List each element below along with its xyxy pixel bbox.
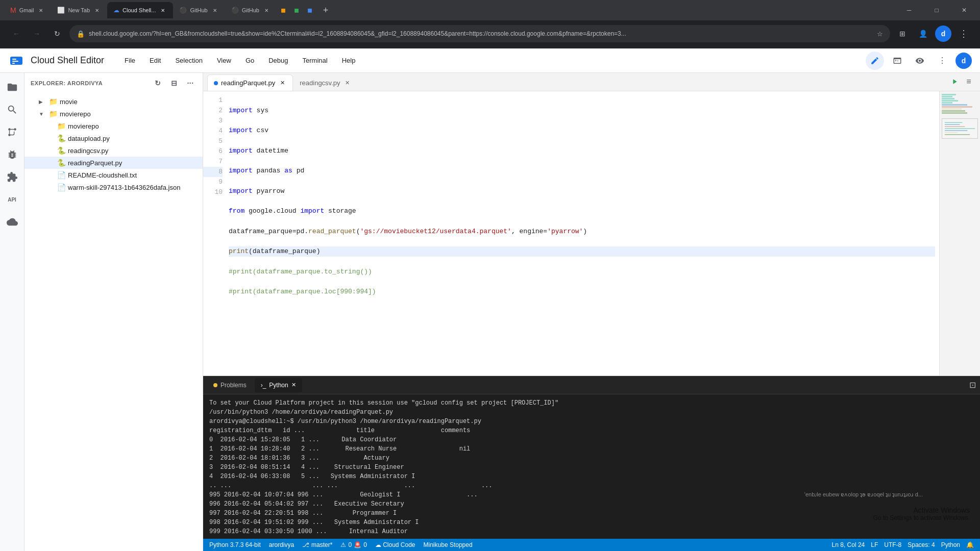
close-python-tab[interactable]: ✕ (291, 382, 296, 388)
edit-pencil-button[interactable] (866, 52, 884, 70)
lock-icon: 🔒 (77, 30, 85, 38)
close-button[interactable]: ✕ (952, 2, 976, 18)
tree-label-readme: README-cloudshell.txt (68, 171, 199, 179)
cloud-shell-logo (9, 54, 23, 68)
menu-selection[interactable]: Selection (169, 55, 208, 66)
status-cloud-code[interactable]: ☁ Cloud Code (375, 541, 415, 548)
menu-help[interactable]: Help (336, 55, 362, 66)
code-line-5: import pyarrow (229, 186, 935, 196)
menu-view[interactable]: View (211, 55, 237, 66)
account-btn[interactable]: 👤 (915, 26, 931, 42)
status-minikube[interactable]: Minikube Stopped (424, 541, 473, 548)
branch-icon: ⎇ (302, 541, 309, 548)
menu-edit[interactable]: Edit (143, 55, 167, 66)
new-tab-button[interactable]: + (318, 3, 333, 17)
run-button[interactable] (947, 74, 962, 89)
status-errors[interactable]: ⚠ 0 🚨 0 (340, 541, 366, 548)
tab-readingcsv[interactable]: readingcsv.py ✕ (293, 74, 358, 91)
tree-item-readingparquet[interactable]: 🐍 readingParquet.py (24, 157, 203, 169)
status-encoding[interactable]: UTF-8 (884, 541, 901, 548)
tab-problems[interactable]: Problems (207, 378, 253, 392)
refresh-explorer-button[interactable]: ↻ (152, 77, 164, 89)
cloudshell-icon: ☁ (113, 7, 119, 14)
status-line-ending[interactable]: LF (871, 541, 878, 548)
tree-item-movierepo-inner[interactable]: 📁 movierepo (24, 120, 203, 132)
tree-item-movierepo[interactable]: ▼ 📁 movierepo (24, 108, 203, 120)
extensions-btn[interactable]: ⊞ (894, 26, 911, 42)
tab-github2[interactable]: ⚫ GitHub ✕ (225, 2, 277, 18)
more-explorer-button[interactable]: ··· (184, 77, 197, 89)
error-icon: 🚨 (354, 541, 361, 548)
tree-item-movie[interactable]: ▶ 📁 movie (24, 95, 203, 108)
profile-avatar[interactable]: d (935, 26, 951, 42)
sidebar-item-cloud[interactable] (2, 212, 22, 232)
search-icon (7, 104, 18, 115)
bookmark-icon[interactable]: ☆ (877, 30, 883, 38)
sidebar-item-debug[interactable] (2, 144, 22, 165)
back-button[interactable]: ← (8, 26, 24, 42)
collapse-explorer-button[interactable]: ⊟ (168, 77, 180, 89)
tab-close-readingcsv[interactable]: ✕ (344, 79, 352, 87)
terminal-maximize-button[interactable]: ⊡ (969, 380, 976, 390)
code-content[interactable]: import sys import csv import datetime im… (229, 91, 939, 375)
file-icon-readingparquet: 🐍 (57, 159, 66, 167)
sidebar-item-files[interactable] (2, 77, 22, 97)
status-cursor-pos[interactable]: Ln 8, Col 24 (832, 541, 865, 548)
sidebar-item-search[interactable] (2, 99, 22, 120)
status-user[interactable]: arordivya (269, 541, 294, 548)
tree-item-readingcsv[interactable]: 🐍 readingcsv.py (24, 144, 203, 157)
tab-more1[interactable]: ◼ (277, 2, 290, 18)
terminal-line-1: To set your Cloud Platform project in th… (209, 398, 974, 408)
sidebar-item-extensions[interactable] (2, 167, 22, 187)
status-spaces[interactable]: Spaces: 4 (908, 541, 935, 548)
tab-close-gmail[interactable]: ✕ (37, 6, 45, 14)
tab-more2[interactable]: ◼ (290, 2, 303, 18)
status-bell[interactable]: 🔔 (966, 541, 974, 548)
tab-close-github1[interactable]: ✕ (211, 6, 219, 14)
terminal-row-997: 997 2016-02-04 22:20:51 998 ... Programm… (209, 509, 974, 518)
more-options-button[interactable]: ⋮ (933, 52, 951, 70)
menu-terminal[interactable]: Terminal (297, 55, 334, 66)
tab-newtab[interactable]: ⬜ New Tab ✕ (51, 2, 107, 18)
preview-button[interactable] (911, 52, 929, 70)
cloud-code-label: ☁ Cloud Code (375, 541, 415, 548)
tab-cloudshell[interactable]: ☁ Cloud Shell... ✕ (107, 2, 173, 18)
tree-item-dataupload[interactable]: 🐍 dataupload.py (24, 132, 203, 144)
tab-close-cloudshell[interactable]: ✕ (159, 6, 167, 14)
tree-item-json[interactable]: 📄 warm-skill-297413-1b643626dafa.json (24, 181, 203, 193)
sidebar-item-git[interactable] (2, 122, 22, 142)
reload-button[interactable]: ↻ (49, 26, 65, 42)
tab-more3[interactable]: ◼ (303, 2, 316, 18)
sidebar-item-api[interactable]: API (2, 189, 22, 210)
user-avatar[interactable]: d (955, 53, 972, 69)
tab-readingparquet[interactable]: readingParquet.py ✕ (207, 74, 293, 91)
github1-icon: ⚫ (179, 7, 187, 14)
status-language[interactable]: Python (941, 541, 960, 548)
terminal-panel: Problems ›_ Python ✕ ⊡ To set your Cloud… (203, 375, 980, 539)
minimap-thumbnail (942, 118, 978, 139)
tree-label-json: warm-skill-297413-1b643626dafa.json (68, 184, 199, 191)
chrome-menu-button[interactable]: ⋮ (955, 26, 972, 42)
terminal-content[interactable]: To set your Cloud Platform project in th… (203, 394, 980, 539)
url-bar[interactable]: 🔒 shell.cloud.google.com/?hl=en_GB&fromc… (69, 25, 890, 42)
maximize-button[interactable]: □ (925, 2, 948, 18)
forward-button[interactable]: → (29, 26, 45, 42)
tree-item-readme[interactable]: 📄 README-cloudshell.txt (24, 169, 203, 181)
tab-close-readingparquet[interactable]: ✕ (278, 79, 286, 87)
menu-file[interactable]: File (118, 55, 141, 66)
tab-close-newtab[interactable]: ✕ (93, 6, 101, 14)
minimize-button[interactable]: ─ (897, 2, 921, 18)
status-branch[interactable]: ⎇ master* (302, 541, 332, 548)
terminal-button[interactable] (888, 52, 906, 70)
status-python-version[interactable]: Python 3.7.3 64-bit (209, 541, 261, 548)
editor-area: readingParquet.py ✕ readingcsv.py ✕ ≡ (203, 73, 980, 551)
split-editor-button[interactable]: ≡ (962, 74, 976, 89)
folder-icon-movierepo-inner: 📁 (57, 122, 66, 130)
menu-go[interactable]: Go (239, 55, 260, 66)
tab-python[interactable]: ›_ Python ✕ (255, 378, 302, 392)
tab-gmail[interactable]: M Gmail ✕ (4, 2, 51, 18)
tab-github1[interactable]: ⚫ GitHub ✕ (173, 2, 225, 18)
tab-close-github2[interactable]: ✕ (262, 6, 271, 14)
code-editor[interactable]: 1 2 3 4 5 6 7 8 9 10 import sys import c… (203, 91, 939, 375)
menu-debug[interactable]: Debug (262, 55, 294, 66)
